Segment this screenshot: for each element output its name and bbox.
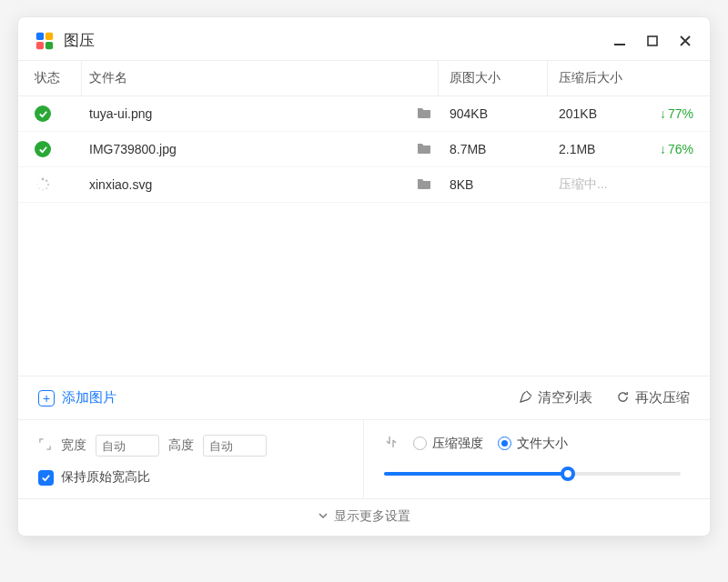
svg-point-11 — [38, 187, 40, 189]
col-compressed-header: 压缩后大小 — [548, 61, 693, 95]
svg-rect-0 — [36, 32, 44, 39]
table-row[interactable]: xinxiao.svg 8KB 压缩中... — [18, 167, 710, 203]
checkmark-icon — [35, 141, 51, 157]
svg-rect-3 — [46, 41, 53, 48]
name-cell: tuya-ui.png — [82, 106, 439, 122]
plus-icon: + — [38, 390, 55, 406]
radio-icon — [413, 436, 427, 450]
svg-point-12 — [36, 184, 38, 186]
file-name: tuya-ui.png — [89, 106, 410, 121]
actions-bar: + 添加图片 清空列表 再次压缩 — [18, 376, 710, 419]
status-cell — [35, 176, 82, 193]
titlebar: 图压 — [18, 17, 710, 60]
table-row[interactable]: tuya-ui.png 904KB 201KB ↓77% — [18, 96, 710, 132]
minimize-button[interactable] — [612, 33, 628, 49]
file-name: xinxiao.svg — [89, 177, 410, 192]
checkmark-icon — [35, 105, 51, 122]
settings-panel: 宽度 高度 保持原始宽高比 压缩强度 文件大小 — [18, 419, 710, 498]
col-original-header: 原图大小 — [439, 61, 548, 95]
name-cell: xinxiao.svg — [82, 177, 439, 193]
file-table: tuya-ui.png 904KB 201KB ↓77% IMG739800.j… — [18, 96, 710, 376]
down-arrow-icon: ↓ — [660, 106, 666, 121]
svg-rect-5 — [648, 36, 657, 45]
refresh-icon — [616, 390, 630, 406]
keep-aspect-checkbox[interactable]: 保持原始宽高比 — [38, 469, 343, 486]
reveal-folder-icon[interactable] — [417, 177, 431, 193]
clear-list-button[interactable]: 清空列表 — [519, 389, 592, 406]
expand-icon[interactable] — [38, 437, 52, 454]
slider-thumb[interactable] — [561, 467, 575, 481]
chevron-down-icon — [318, 509, 329, 524]
checkbox-checked-icon — [38, 470, 54, 486]
mode-radio-group: 压缩强度 文件大小 — [384, 435, 690, 452]
compressed-cell: 2.1MB ↓76% — [548, 142, 693, 156]
svg-point-6 — [42, 178, 45, 181]
maximize-button[interactable] — [644, 33, 661, 49]
reveal-folder-icon[interactable] — [417, 142, 431, 157]
dimension-settings: 宽度 高度 保持原始宽高比 — [18, 420, 364, 498]
down-arrow-icon: ↓ — [660, 142, 666, 156]
status-cell — [35, 105, 82, 122]
col-name-header: 文件名 — [82, 61, 439, 95]
app-title: 图压 — [64, 30, 612, 51]
slider-fill — [384, 472, 562, 476]
svg-point-10 — [42, 189, 44, 191]
svg-rect-4 — [614, 44, 625, 45]
slider-track — [384, 472, 681, 476]
width-input[interactable] — [96, 435, 159, 457]
processing-label: 压缩中... — [559, 176, 693, 193]
add-image-button[interactable]: + 添加图片 — [38, 389, 116, 406]
svg-rect-2 — [36, 41, 44, 48]
spinner-icon — [35, 176, 51, 193]
height-label: 高度 — [168, 437, 194, 454]
swap-icon — [384, 435, 399, 452]
compression-settings: 压缩强度 文件大小 — [364, 420, 710, 498]
svg-point-9 — [46, 187, 47, 189]
add-image-label: 添加图片 — [62, 389, 116, 406]
svg-point-8 — [47, 184, 49, 186]
compression-slider[interactable] — [384, 465, 690, 483]
empty-area — [18, 203, 710, 376]
original-size: 8.7MB — [439, 142, 548, 156]
show-more-settings[interactable]: 显示更多设置 — [18, 498, 710, 536]
radio-filesize[interactable]: 文件大小 — [498, 436, 568, 452]
table-header: 状态 文件名 原图大小 压缩后大小 — [18, 60, 710, 96]
keep-aspect-label: 保持原始宽高比 — [61, 469, 150, 486]
compressed-cell: 201KB ↓77% — [548, 106, 693, 121]
reveal-folder-icon[interactable] — [417, 106, 431, 122]
status-cell — [35, 141, 82, 157]
height-input[interactable] — [203, 435, 267, 457]
reduction-badge: ↓76% — [660, 142, 693, 156]
original-size: 904KB — [439, 106, 548, 121]
radio-strength[interactable]: 压缩强度 — [413, 436, 483, 452]
compressed-cell: 压缩中... — [548, 176, 693, 193]
width-label: 宽度 — [61, 437, 86, 454]
broom-icon — [519, 390, 532, 406]
actions-right: 清空列表 再次压缩 — [519, 389, 690, 406]
compressed-size: 2.1MB — [559, 142, 660, 156]
svg-point-13 — [38, 180, 40, 182]
radio-selected-icon — [498, 436, 511, 450]
compressed-size: 201KB — [559, 106, 660, 121]
original-size: 8KB — [439, 177, 548, 192]
app-window: 图压 状态 文件名 原图大小 压缩后大小 tuya-ui.png 904KB 2… — [17, 16, 711, 537]
table-row[interactable]: IMG739800.jpg 8.7MB 2.1MB ↓76% — [18, 132, 710, 167]
dimension-row: 宽度 高度 — [38, 435, 343, 457]
recompress-button[interactable]: 再次压缩 — [616, 389, 690, 406]
file-name: IMG739800.jpg — [89, 142, 410, 156]
reduction-badge: ↓77% — [660, 106, 693, 121]
app-logo-icon — [35, 31, 55, 51]
window-controls — [612, 33, 693, 49]
close-button[interactable] — [677, 33, 693, 49]
svg-point-7 — [46, 180, 48, 183]
name-cell: IMG739800.jpg — [82, 142, 439, 157]
svg-rect-1 — [46, 32, 53, 39]
col-status-header: 状态 — [35, 61, 82, 95]
